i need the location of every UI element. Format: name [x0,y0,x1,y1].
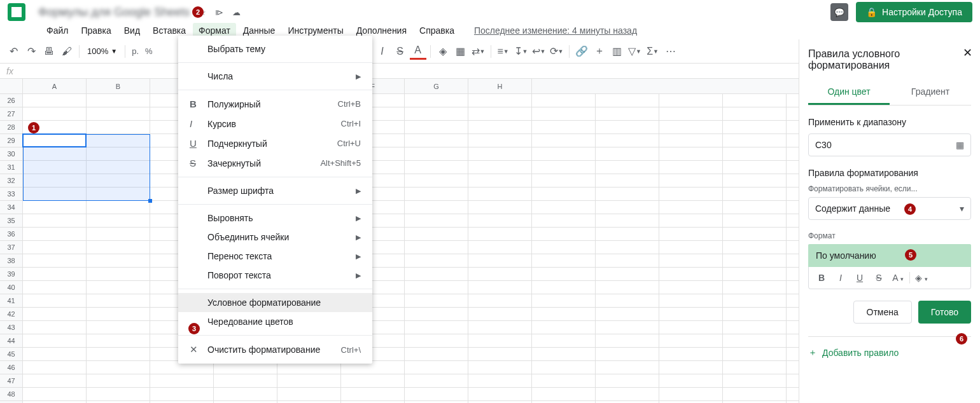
move-icon[interactable]: ⧐ [215,8,223,17]
cell[interactable] [468,361,532,374]
cell[interactable] [532,134,596,147]
cell[interactable] [87,174,150,187]
cell[interactable] [87,188,150,200]
cell[interactable] [87,268,150,280]
horizontal-align-icon[interactable]: ≡ ▼ [495,43,512,60]
cell[interactable] [87,147,150,160]
row-header[interactable]: 37 [0,241,22,254]
cell[interactable] [405,228,468,240]
cell[interactable] [87,94,150,107]
condition-select[interactable]: Содержит данные ▾ 4 [808,197,971,220]
cell[interactable] [596,147,659,160]
cell[interactable] [468,348,532,360]
cell[interactable] [596,321,659,334]
cell[interactable] [723,174,787,187]
underline-icon[interactable]: U [852,273,867,283]
cell[interactable] [405,348,468,360]
cell[interactable] [532,388,596,400]
cell[interactable] [405,174,468,187]
cell[interactable] [532,214,596,227]
currency-format-button[interactable]: р. [129,43,141,60]
functions-icon[interactable]: Σ ▼ [645,43,661,60]
cell[interactable] [596,188,659,200]
cell[interactable] [468,388,532,400]
cell[interactable] [659,348,723,360]
cell[interactable] [723,334,787,347]
row-header[interactable]: 28 [0,121,22,134]
cell[interactable] [723,321,787,334]
cell[interactable] [23,361,87,374]
cell[interactable] [532,281,596,294]
cell[interactable] [405,268,468,280]
cell[interactable] [468,134,532,147]
cell[interactable] [87,361,150,374]
comment-icon[interactable]: ＋ [591,43,608,60]
cell[interactable] [405,121,468,133]
row-header[interactable]: 48 [0,388,22,401]
cell[interactable] [341,388,405,400]
cell[interactable] [87,161,150,174]
cell[interactable] [87,134,150,147]
cell[interactable] [723,348,787,360]
cell[interactable] [532,161,596,174]
sheets-logo-icon[interactable] [8,3,25,21]
cell[interactable] [87,308,150,320]
document-title[interactable]: Формулы для Google Sheets [38,6,190,19]
cell[interactable] [405,361,468,374]
cell[interactable] [468,147,532,160]
selection-handle[interactable] [148,199,152,203]
cell[interactable] [23,94,87,107]
cell[interactable] [468,174,532,187]
menu-item[interactable]: SЗачеркнутыйAlt+Shift+5 [178,153,372,173]
cell[interactable] [596,241,659,254]
cell[interactable] [659,214,723,227]
cell[interactable] [87,107,150,120]
cell[interactable] [468,254,532,267]
close-icon[interactable]: ✕ [963,46,972,60]
cell[interactable] [23,294,87,307]
cell[interactable] [23,308,87,320]
more-icon[interactable]: ⋯ [662,43,679,60]
chart-icon[interactable]: ▥ [609,43,626,60]
row-header[interactable]: 42 [0,308,22,321]
cell[interactable] [532,308,596,320]
comments-button[interactable]: 💬 [830,3,848,21]
cell[interactable] [87,321,150,334]
cell[interactable] [723,388,787,400]
cell[interactable] [405,374,468,387]
cell[interactable] [659,121,723,133]
menu-item[interactable]: Условное форматирование [178,293,372,312]
row-header[interactable]: 40 [0,281,22,294]
select-range-icon[interactable]: ▦ [956,140,964,150]
cell[interactable] [596,107,659,120]
redo-icon[interactable]: ↷ [23,43,39,60]
row-header[interactable]: 44 [0,334,22,348]
row-header[interactable]: 39 [0,268,22,281]
cell[interactable] [723,214,787,227]
menu-item[interactable]: UПодчеркнутыйCtrl+U [178,133,372,153]
text-color-icon[interactable]: A [410,43,426,60]
add-rule-button[interactable]: ＋ Добавить правило [808,336,971,359]
cell[interactable] [405,321,468,334]
paint-format-icon[interactable]: 🖌 [59,43,75,60]
cell[interactable] [23,374,87,387]
cell[interactable] [596,294,659,307]
cell[interactable] [87,334,150,347]
cell[interactable] [723,308,787,320]
cell[interactable] [659,174,723,187]
cell[interactable] [277,388,341,400]
cell[interactable] [723,94,787,107]
text-wrap-icon[interactable]: ↩ ▼ [531,43,547,60]
cancel-button[interactable]: Отмена [853,301,912,324]
menu-item[interactable]: Числа▶ [178,67,372,86]
italic-icon[interactable]: I [833,273,848,283]
cell[interactable] [723,134,787,147]
cell[interactable] [596,94,659,107]
cell[interactable] [405,214,468,227]
cell[interactable] [723,361,787,374]
cell[interactable] [405,334,468,347]
cell[interactable] [596,388,659,400]
cell[interactable] [659,374,723,387]
cell[interactable] [405,241,468,254]
cell[interactable] [659,228,723,240]
